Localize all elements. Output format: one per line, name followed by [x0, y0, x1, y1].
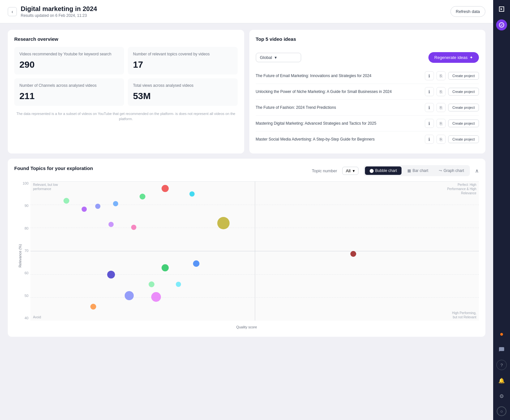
refresh-button[interactable]: Refresh data — [450, 6, 485, 17]
annotation-top-left: Relevant, but lowperformance — [33, 183, 58, 191]
chart-type-buttons: ⬤ Bubble chart ▦ Bar chart ⤳ Graph chart — [364, 165, 470, 176]
bubble-1 — [95, 204, 100, 209]
info-button-2[interactable]: ℹ — [425, 103, 434, 112]
copy-button-0[interactable]: ⎘ — [436, 71, 446, 80]
notification-dot-icon[interactable]: ● — [496, 329, 507, 339]
topics-controls: Topic number All ▾ — [312, 167, 358, 175]
copy-icon-3: ⎘ — [440, 121, 442, 126]
right-sidebar: ● ? 🔔 ⚙ ○ — [493, 0, 510, 420]
x-axis-title: Quality score — [236, 325, 257, 329]
copy-button-2[interactable]: ⎘ — [436, 103, 446, 112]
info-icon-3: ℹ — [428, 121, 430, 126]
back-button[interactable]: ‹ — [8, 7, 17, 16]
bubble-11 — [162, 264, 169, 271]
bubble-icon: ⬤ — [369, 168, 374, 173]
logo-icon — [496, 4, 507, 14]
user-avatar[interactable]: ○ — [497, 406, 506, 416]
y-tick-100: 100 — [23, 181, 28, 185]
chevron-down-icon-topics: ▾ — [353, 168, 355, 173]
stat-label-1: Number of relevant topics covered by vid… — [133, 51, 232, 57]
copy-button-1[interactable]: ⎘ — [436, 87, 446, 96]
idea-actions-2: ℹ ⎘ Create project — [425, 103, 479, 112]
idea-actions-0: ℹ ⎘ Create project — [425, 71, 479, 80]
info-icon-4: ℹ — [428, 137, 430, 142]
topic-number-select[interactable]: All ▾ — [342, 167, 358, 175]
discord-icon[interactable] — [496, 344, 507, 355]
settings-icon[interactable]: ⚙ — [496, 391, 507, 401]
chart-plot: Relevant, but lowperformance Perfect: Hi… — [30, 181, 479, 321]
bar-chart-button[interactable]: ▦ Bar chart — [403, 166, 433, 175]
copy-icon-4: ⎘ — [440, 137, 442, 142]
stat-value-1: 17 — [133, 60, 232, 70]
stat-label-2: Number of Channels across analysed video… — [19, 83, 119, 88]
stat-card-0: Videos recommended by Youtube for keywor… — [14, 47, 124, 74]
bubble-13 — [107, 271, 115, 278]
found-topics-header: Found Topics for your exploration Topic … — [14, 165, 479, 176]
video-idea-title-3: Mastering Digital Marketing: Advanced St… — [256, 121, 425, 126]
bubble-16 — [125, 291, 134, 300]
stat-card-2: Number of Channels across analysed video… — [14, 78, 124, 106]
create-project-button-1[interactable]: Create project — [448, 88, 479, 96]
bubble-14 — [149, 281, 154, 287]
quadrant-divider-v — [255, 181, 255, 321]
info-button-4[interactable]: ℹ — [425, 135, 434, 144]
stat-label-0: Videos recommended by Youtube for keywor… — [19, 51, 119, 57]
info-button-3[interactable]: ℹ — [425, 119, 434, 128]
stat-value-0: 290 — [19, 60, 119, 70]
graph-chart-button[interactable]: ⤳ Graph chart — [434, 166, 469, 175]
bubble-chart-area: 100 90 80 70 60 50 40 Relevance (%) — [14, 181, 479, 330]
bell-icon[interactable]: 🔔 — [496, 375, 507, 386]
app-icon[interactable] — [496, 19, 507, 30]
info-icon-2: ℹ — [428, 105, 430, 110]
info-icon-0: ℹ — [428, 74, 430, 78]
info-button-1[interactable]: ℹ — [425, 87, 434, 96]
overview-note: The data represented is a for a subset o… — [14, 111, 238, 122]
stats-grid: Videos recommended by Youtube for keywor… — [14, 47, 238, 106]
video-idea-row-0: The Future of Email Marketing: Innovatio… — [256, 68, 479, 84]
bubble-0 — [63, 198, 69, 204]
create-project-button-2[interactable]: Create project — [448, 104, 479, 111]
bubble-8 — [131, 225, 136, 230]
bubble-2 — [113, 201, 118, 206]
sparkle-icon: ✦ — [470, 55, 473, 60]
y-tick-70: 70 — [25, 249, 28, 253]
video-idea-row-1: Unlocking the Power of Niche Marketing: … — [256, 84, 479, 100]
video-idea-title-4: Master Social Media Advertising: A Step-… — [256, 137, 425, 142]
video-idea-row-3: Mastering Digital Marketing: Advanced St… — [256, 116, 479, 131]
bubble-10 — [350, 251, 356, 257]
regenerate-ideas-button[interactable]: Regenerate ideas ✦ — [428, 52, 479, 63]
bubble-17 — [151, 292, 161, 302]
video-idea-title-0: The Future of Email Marketing: Innovatio… — [256, 74, 425, 78]
info-button-0[interactable]: ℹ — [425, 71, 434, 80]
bar-icon: ▦ — [407, 168, 411, 173]
annotation-bottom-left: Avoid — [33, 315, 41, 319]
info-icon-1: ℹ — [428, 89, 430, 94]
collapse-button[interactable]: ∧ — [475, 168, 479, 174]
y-tick-60: 60 — [25, 271, 28, 275]
research-overview-title: Research overview — [14, 36, 238, 42]
video-idea-title-1: Unlocking the Power of Niche Marketing: … — [256, 89, 425, 94]
create-project-button-4[interactable]: Create project — [448, 135, 479, 143]
global-dropdown[interactable]: Global ▾ — [256, 53, 301, 62]
top5-header: Top 5 video ideas — [256, 36, 479, 47]
video-idea-row-2: The Future of Fashion: 2024 Trend Predic… — [256, 100, 479, 116]
create-project-button-3[interactable]: Create project — [448, 119, 479, 127]
y-axis-title: Relevance (%) — [18, 244, 22, 267]
bubble-3 — [140, 194, 145, 199]
video-idea-title-2: The Future of Fashion: 2024 Trend Predic… — [256, 105, 425, 110]
copy-icon-0: ⎘ — [440, 74, 442, 78]
y-tick-40: 40 — [25, 316, 28, 320]
stat-value-2: 211 — [19, 91, 119, 101]
copy-button-3[interactable]: ⎘ — [436, 119, 446, 128]
copy-button-4[interactable]: ⎘ — [436, 135, 446, 144]
bubble-6 — [82, 207, 87, 212]
bubble-5 — [189, 191, 195, 197]
page-subtitle: Results updated on 6 Feb 2024, 11:23 — [21, 13, 97, 18]
y-tick-50: 50 — [25, 294, 28, 298]
bubble-chart-button[interactable]: ⬤ Bubble chart — [365, 166, 402, 175]
create-project-button-0[interactable]: Create project — [448, 72, 479, 80]
stat-label-3: Total views across analysed videos — [133, 83, 232, 88]
stat-card-1: Number of relevant topics covered by vid… — [128, 47, 238, 74]
help-icon[interactable]: ? — [496, 360, 507, 370]
regen-label: Regenerate ideas — [434, 55, 468, 60]
